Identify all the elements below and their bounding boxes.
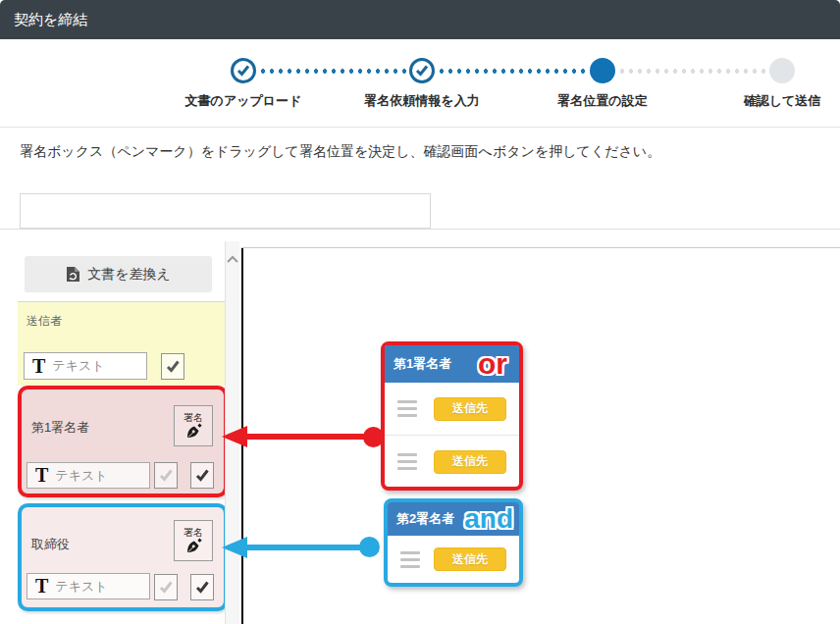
- signer2-label: 取締役: [31, 536, 70, 553]
- step-done-icon: [231, 58, 256, 83]
- document-area-border: [241, 247, 840, 248]
- section-divider: [0, 229, 840, 230]
- step-label-sign-position: 署名位置の設定: [557, 92, 647, 110]
- check-icon: [195, 469, 209, 482]
- signer1-checkbox[interactable]: [190, 462, 214, 489]
- signer2-text-tool[interactable]: T テキスト: [26, 573, 150, 599]
- sender-label: 送信者: [26, 313, 62, 330]
- pen-nib-icon: [185, 538, 202, 554]
- replace-document-button[interactable]: 文書を差換え: [25, 256, 212, 292]
- step-done-icon: [409, 58, 435, 83]
- signer1-text-tool[interactable]: T テキスト: [26, 462, 150, 489]
- step-upcoming-icon: [769, 58, 795, 83]
- stepper-connector: [438, 69, 587, 74]
- pen-nib-icon: [185, 423, 202, 440]
- signer-group1-card: 第1署名者 or 送信先 送信先: [381, 341, 523, 491]
- instruction-text: 署名ボックス（ペンマーク）をドラッグして署名位置を決定し、確認画面へボタンを押し…: [20, 143, 660, 161]
- text-tool-label: テキスト: [55, 467, 107, 485]
- document-page-placeholder: [20, 193, 431, 229]
- blue-arrow-head: [222, 537, 247, 558]
- stepper-connector: [618, 69, 766, 74]
- document-replace-icon: [66, 266, 80, 283]
- signer1-signature-tool[interactable]: 署名: [174, 405, 213, 446]
- signature-badge-label: 署名: [184, 412, 203, 423]
- signer2-signature-tool[interactable]: 署名: [174, 520, 213, 561]
- text-tool-t-glyph: T: [35, 464, 48, 487]
- stepper-connector: [259, 69, 406, 74]
- check-icon: [159, 581, 173, 594]
- blue-arrow-line: [243, 545, 365, 550]
- signer-group2-header: 第2署名者 and: [388, 502, 519, 536]
- signer-group2-card: 第2署名者 and 送信先: [384, 498, 523, 587]
- page-title-bar: 契約を締結: [0, 0, 840, 39]
- check-icon: [166, 360, 180, 373]
- signer-group1-title: 第1署名者: [394, 355, 451, 373]
- text-tool-label: テキスト: [52, 357, 104, 375]
- recipient-row: 送信先: [388, 536, 519, 583]
- check-icon: [195, 581, 209, 594]
- destination-button[interactable]: 送信先: [434, 547, 506, 571]
- signer1-label: 第1署名者: [31, 419, 89, 437]
- destination-button[interactable]: 送信先: [434, 397, 506, 421]
- step-label-confirm-send: 確認して送信: [744, 92, 821, 110]
- drag-handle-icon[interactable]: [400, 551, 420, 568]
- check-icon: [236, 65, 250, 77]
- destination-button[interactable]: 送信先: [434, 450, 506, 474]
- replace-document-label: 文書を差換え: [87, 266, 171, 284]
- text-tool-label: テキスト: [55, 578, 107, 596]
- signer2-checkbox-muted[interactable]: [154, 574, 178, 600]
- check-icon: [415, 65, 429, 77]
- red-arrow-line: [243, 434, 369, 440]
- recipient-row: 送信先: [385, 383, 519, 435]
- recipient-row: 送信先: [385, 435, 519, 488]
- text-tool-t-glyph: T: [35, 575, 48, 598]
- contract-signing-page: 契約を締結 文書のアップロード 署名依頼情報を入力 署名位置の設定 確認して送信…: [0, 0, 840, 624]
- sender-text-tool[interactable]: T テキスト: [24, 352, 147, 380]
- sender-tools-section: 送信者 T テキスト: [18, 301, 225, 386]
- sender-checkbox[interactable]: [161, 353, 184, 380]
- step-current-icon: [590, 58, 615, 83]
- signer1-checkbox-muted[interactable]: [154, 462, 178, 489]
- red-arrow-head: [222, 426, 247, 447]
- drag-handle-icon[interactable]: [397, 400, 417, 417]
- drag-handle-icon[interactable]: [397, 453, 417, 470]
- step-label-upload: 文書のアップロード: [185, 92, 302, 110]
- scroll-up-icon[interactable]: [227, 255, 238, 263]
- signer-group1-header: 第1署名者 or: [385, 345, 519, 383]
- signer2-checkbox[interactable]: [190, 574, 214, 600]
- progress-stepper: 文書のアップロード 署名依頼情報を入力 署名位置の設定 確認して送信: [0, 39, 840, 128]
- page-title: 契約を締結: [14, 11, 87, 27]
- step-label-request-info: 署名依頼情報を入力: [364, 92, 479, 110]
- check-icon: [159, 469, 173, 482]
- signer1-tools-section: 第1署名者 署名 T テキスト: [18, 386, 228, 497]
- operator-or-label: or: [478, 347, 507, 381]
- signature-badge-label: 署名: [184, 527, 203, 538]
- signer2-tools-section: 取締役 署名 T テキスト: [18, 503, 228, 611]
- operator-and-label: and: [464, 503, 513, 535]
- text-tool-t-glyph: T: [32, 355, 45, 378]
- signer-group2-title: 第2署名者: [396, 510, 454, 528]
